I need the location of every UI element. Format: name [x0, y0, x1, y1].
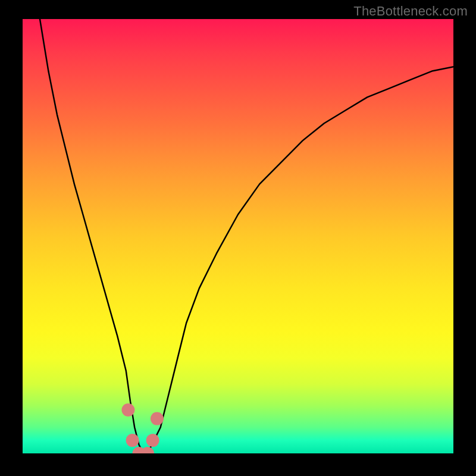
curve-layer	[23, 19, 453, 453]
marker-b	[126, 434, 139, 447]
marker-d	[141, 447, 154, 453]
marker-a	[121, 403, 134, 416]
marker-e	[146, 434, 159, 447]
plot-area	[23, 19, 453, 453]
marker-f	[151, 412, 164, 425]
chart-frame: TheBottleneck.com	[0, 0, 476, 476]
marker-group	[121, 403, 164, 453]
bottleneck-curve	[40, 19, 453, 453]
attribution-text: TheBottleneck.com	[353, 4, 468, 19]
